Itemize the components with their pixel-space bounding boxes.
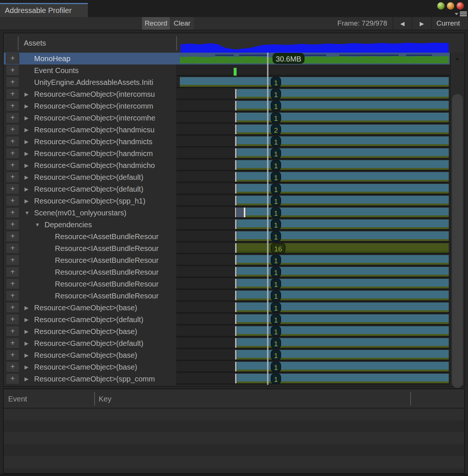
scroll-up-icon[interactable]: ▲ (451, 56, 464, 61)
expand-plus-button[interactable]: + (6, 112, 19, 123)
asset-row[interactable]: ▶Resource<GameObject>(default)1+ (4, 171, 464, 183)
expand-plus-button[interactable]: + (6, 290, 19, 301)
asset-row[interactable]: ▶Resource<GameObject>(handmicts1+ (4, 136, 464, 148)
key-column-header[interactable]: Key (99, 389, 111, 409)
expand-plus-button[interactable]: + (6, 326, 19, 337)
expand-plus-button[interactable]: + (6, 172, 19, 182)
expand-plus-button[interactable]: + (6, 207, 19, 218)
timeline-cell[interactable]: 16 (176, 242, 449, 254)
expand-plus-button[interactable]: + (6, 231, 19, 242)
expand-plus-button[interactable]: + (6, 160, 19, 171)
expander-collapsed-icon[interactable]: ▶ (24, 302, 29, 314)
expander-collapsed-icon[interactable]: ▶ (24, 314, 29, 325)
hamburger-menu-icon[interactable] (460, 11, 467, 17)
column-divider[interactable] (94, 392, 95, 406)
next-frame-button[interactable]: ▶ (412, 17, 431, 30)
vertical-scrollbar[interactable]: ▲ (450, 53, 464, 385)
asset-row[interactable]: Resource<IAssetBundleResour1+ (4, 290, 464, 302)
lifetime-bar[interactable] (237, 113, 449, 122)
expander-expanded-icon[interactable]: ▼ (35, 219, 40, 231)
asset-row[interactable]: Resource<IAssetBundleResour1+ (4, 254, 464, 266)
expand-plus-button[interactable]: + (6, 373, 19, 384)
asset-row[interactable]: UnityEngine.AddressableAssets.Initi1+ (4, 76, 464, 88)
expand-plus-button[interactable]: + (6, 184, 19, 194)
expand-plus-button[interactable]: + (6, 314, 19, 325)
timeline-cell[interactable]: 1 (176, 183, 449, 195)
timeline-cell[interactable]: 1 (176, 219, 449, 231)
expand-plus-button[interactable]: + (6, 302, 19, 313)
expand-plus-button[interactable]: + (6, 77, 19, 87)
asset-row[interactable]: ▶Resource<GameObject>(intercomm1+ (4, 100, 464, 112)
expander-collapsed-icon[interactable]: ▶ (24, 195, 29, 207)
previous-frame-button[interactable]: ◀ (392, 17, 412, 30)
timeline-cell[interactable]: 1 (176, 148, 449, 159)
lifetime-bar[interactable] (237, 350, 449, 360)
expander-collapsed-icon[interactable]: ▶ (24, 124, 29, 136)
lifetime-bar[interactable] (237, 184, 449, 194)
expander-collapsed-icon[interactable]: ▶ (24, 349, 29, 361)
asset-row[interactable]: ▼Scene(mv01_onlyyourstars)1+ (4, 207, 464, 219)
expander-collapsed-icon[interactable]: ▶ (24, 337, 29, 349)
expander-collapsed-icon[interactable]: ▶ (24, 183, 29, 195)
timeline-cell[interactable]: 1 (176, 373, 449, 385)
lifetime-bar[interactable] (180, 77, 449, 87)
lifetime-bar[interactable] (237, 231, 449, 241)
expander-expanded-icon[interactable]: ▼ (24, 207, 30, 219)
timeline-cell[interactable]: 1 (176, 349, 449, 361)
lifetime-bar[interactable] (237, 362, 449, 371)
event-column-header[interactable]: Event (8, 389, 27, 409)
expand-plus-button[interactable]: + (6, 136, 19, 147)
asset-row[interactable]: ▶Resource<GameObject>(default)1+ (4, 183, 464, 195)
lifetime-bar[interactable] (237, 291, 449, 300)
timeline-cell[interactable]: 1 (176, 136, 449, 148)
asset-row[interactable]: Event Counts+ (4, 65, 464, 76)
asset-row[interactable]: ▶Resource<GameObject>(handmicsu2+ (4, 124, 464, 136)
expand-plus-button[interactable]: + (6, 267, 19, 277)
asset-row[interactable]: ▶Resource<GameObject>(intercomsu1+ (4, 88, 464, 100)
lifetime-bar[interactable] (237, 89, 449, 99)
asset-row[interactable]: ▶Resource<GameObject>(default)1+ (4, 337, 464, 349)
scrollbar-thumb[interactable] (452, 94, 463, 388)
lifetime-bar[interactable] (237, 136, 449, 146)
expand-plus-button[interactable]: + (6, 65, 19, 76)
expander-collapsed-icon[interactable]: ▶ (24, 148, 29, 159)
expander-collapsed-icon[interactable]: ▶ (24, 112, 29, 124)
asset-row[interactable]: ▶Resource<GameObject>(spp_comm1+ (4, 373, 464, 385)
frame-overview-graph[interactable] (181, 42, 449, 53)
timeline-cell[interactable]: 1 (176, 112, 449, 124)
expand-plus-button[interactable]: + (6, 243, 19, 254)
lifetime-bar[interactable] (237, 219, 449, 229)
expand-plus-button[interactable]: + (6, 219, 19, 230)
expand-plus-button[interactable]: + (6, 278, 19, 289)
timeline-cell[interactable]: 1 (176, 254, 449, 266)
expand-plus-button[interactable]: + (6, 100, 19, 111)
timeline-cell[interactable]: 1 (176, 266, 449, 278)
expand-plus-button[interactable]: + (6, 350, 19, 360)
asset-row[interactable]: ▶Resource<GameObject>(base)1+ (4, 349, 464, 361)
lifetime-bar[interactable] (237, 101, 449, 110)
record-button[interactable]: Record (142, 17, 170, 30)
lifetime-bar[interactable] (237, 326, 449, 336)
lifetime-bar[interactable] (237, 267, 449, 277)
timeline-cell[interactable]: 1 (176, 302, 449, 314)
asset-row[interactable]: MonoHeap30.6MB+ (4, 53, 464, 65)
lifetime-bar[interactable] (237, 314, 449, 324)
asset-row[interactable]: ▶Resource<GameObject>(default)1+ (4, 314, 464, 325)
timeline-cell[interactable]: 1 (176, 361, 449, 373)
asset-row[interactable]: ▶Resource<GameObject>(spp_h1)1+ (4, 195, 464, 207)
asset-row[interactable]: ▶Resource<GameObject>(base)1+ (4, 325, 464, 337)
expander-collapsed-icon[interactable]: ▶ (24, 159, 29, 171)
asset-row[interactable]: Resource<IAssetBundleResour1+ (4, 278, 464, 290)
asset-row[interactable]: ▶Resource<GameObject>(base)1+ (4, 361, 464, 373)
lifetime-bar[interactable] (237, 243, 449, 253)
lifetime-bar[interactable] (237, 279, 449, 288)
asset-row[interactable]: Resource<IAssetBundleResour16+ (4, 242, 464, 254)
expander-collapsed-icon[interactable]: ▶ (24, 136, 29, 148)
lifetime-bar[interactable] (237, 148, 449, 158)
expand-plus-button[interactable]: + (6, 124, 19, 135)
column-divider[interactable] (410, 392, 411, 406)
expander-collapsed-icon[interactable]: ▶ (24, 100, 29, 112)
lifetime-bar[interactable] (237, 338, 449, 348)
expander-collapsed-icon[interactable]: ▶ (24, 88, 29, 100)
timeline-cell[interactable]: 1 (176, 325, 449, 337)
